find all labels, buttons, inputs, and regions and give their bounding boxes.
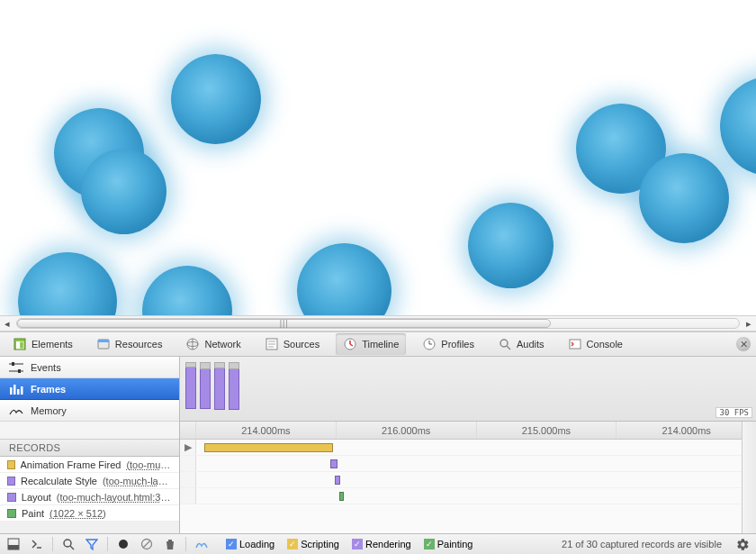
overview-bar	[214, 362, 225, 410]
expand-icon[interactable]: ▶	[180, 440, 196, 455]
fps-label: 30 FPS	[716, 407, 752, 418]
checkbox-icon[interactable]: ✓	[287, 539, 298, 549]
expand-icon	[180, 488, 196, 504]
sidebar-item-memory[interactable]: Memory	[0, 400, 179, 422]
tab-profiles[interactable]: Profiles	[415, 333, 482, 355]
sidebar-item-label: Memory	[31, 405, 67, 416]
legend-label: Rendering	[365, 539, 411, 549]
timeline-row[interactable]	[180, 472, 756, 488]
bottom-toolbar: ✓Loading✓Scripting✓Rendering✓Painting 21…	[0, 533, 756, 554]
sidebar-item-frames[interactable]: Frames	[0, 378, 179, 400]
record-row[interactable]: Animation Frame Fired (too-much-...	[0, 457, 179, 473]
resources-icon	[96, 337, 111, 351]
sources-icon	[265, 337, 279, 351]
timeline-bar[interactable]	[330, 459, 337, 468]
clear-icon[interactable]	[139, 536, 155, 552]
timing-column: 215.000ms	[477, 422, 617, 439]
color-swatch	[7, 509, 16, 518]
svg-rect-19	[570, 340, 580, 349]
scroll-thumb[interactable]: |||	[17, 319, 551, 328]
legend-item[interactable]: ✓Rendering	[352, 539, 411, 549]
legend-item[interactable]: ✓Scripting	[287, 539, 339, 549]
checkbox-icon[interactable]: ✓	[424, 539, 435, 549]
legend-item[interactable]: ✓Loading	[226, 539, 274, 549]
events-icon	[9, 362, 23, 373]
search-icon[interactable]	[60, 536, 76, 552]
timeline-detail[interactable]: 214.000ms216.000ms215.000ms214.000ms ▶	[180, 422, 756, 533]
record-label: Recalculate Style	[21, 476, 97, 486]
glue-icon[interactable]	[194, 536, 210, 552]
ball	[639, 153, 729, 243]
timeline-row[interactable]	[180, 456, 756, 472]
overview-bar	[229, 362, 239, 410]
timeline-track	[196, 472, 756, 487]
filter-icon[interactable]	[84, 536, 100, 552]
scroll-right-arrow[interactable]: ▸	[742, 316, 756, 331]
svg-line-35	[143, 540, 150, 548]
record-link[interactable]: (too-much-layout.html:373)	[57, 492, 172, 503]
sidebar-item-label: Frames	[31, 384, 66, 395]
timeline-row[interactable]: ▶	[180, 440, 756, 456]
svg-rect-29	[8, 545, 19, 549]
record-row[interactable]: Layout (too-much-layout.html:373)	[0, 489, 179, 505]
tab-console[interactable]: Console	[561, 333, 630, 355]
svg-rect-22	[12, 362, 14, 366]
tab-elements[interactable]: ◧Elements	[5, 333, 80, 355]
svg-rect-25	[14, 385, 16, 395]
network-icon	[185, 337, 200, 351]
record-label: Layout	[22, 492, 51, 503]
timeline-bar[interactable]	[204, 443, 333, 452]
svg-point-17	[500, 340, 508, 347]
tab-audits[interactable]: Audits	[490, 333, 552, 355]
timing-header: 214.000ms216.000ms215.000ms214.000ms	[180, 422, 756, 440]
garbage-icon[interactable]	[162, 536, 178, 552]
timeline-bar[interactable]	[335, 476, 340, 485]
overview-bar	[185, 362, 196, 409]
legend-label: Painting	[437, 539, 473, 549]
record-row[interactable]: Paint (1022 × 512)	[0, 505, 179, 522]
tab-label: Resources	[115, 339, 163, 350]
record-label: Paint	[22, 508, 44, 519]
tab-sources[interactable]: Sources	[257, 333, 327, 355]
tab-label: Audits	[517, 339, 544, 350]
timeline-bar[interactable]	[339, 492, 344, 501]
checkbox-icon[interactable]: ✓	[226, 539, 237, 549]
tab-label: Timeline	[362, 339, 399, 350]
dock-icon[interactable]	[5, 536, 22, 552]
close-icon[interactable]: ✕	[736, 337, 751, 351]
sidebar-item-events[interactable]: Events	[0, 357, 179, 378]
tab-timeline[interactable]: Timeline	[336, 333, 406, 355]
console-icon	[568, 337, 582, 351]
tab-resources[interactable]: Resources	[89, 333, 170, 355]
record-link[interactable]: (too-much-layou...	[103, 476, 172, 486]
color-swatch	[7, 460, 15, 469]
timeline-row[interactable]	[180, 488, 756, 504]
gear-icon[interactable]	[734, 536, 751, 552]
record-row[interactable]: Recalculate Style (too-much-layou...	[0, 473, 179, 489]
svg-text:◧: ◧	[15, 339, 24, 350]
checkbox-icon[interactable]: ✓	[352, 539, 363, 549]
timeline-icon	[343, 337, 357, 351]
console-icon[interactable]	[29, 536, 45, 552]
svg-rect-36	[168, 540, 172, 541]
legend-item[interactable]: ✓Painting	[424, 539, 473, 549]
frames-overview[interactable]: 30 FPS	[180, 357, 756, 422]
legend-label: Scripting	[301, 539, 339, 549]
svg-line-32	[70, 546, 74, 549]
tab-network[interactable]: Network	[178, 333, 248, 355]
vertical-scrollbar[interactable]	[742, 422, 756, 533]
tab-label: Elements	[32, 339, 73, 350]
memory-icon	[9, 405, 23, 416]
color-swatch	[7, 477, 15, 486]
ball	[468, 203, 554, 288]
elements-icon: ◧	[13, 337, 27, 351]
scroll-track[interactable]: |||	[16, 318, 740, 329]
record-link[interactable]: (1022 × 512)	[50, 508, 106, 519]
horizontal-scrollbar[interactable]: ◂ ||| ▸	[0, 315, 756, 331]
ball	[81, 149, 166, 234]
color-swatch	[7, 493, 16, 502]
record-link[interactable]: (too-much-...	[126, 459, 172, 470]
record-icon[interactable]	[115, 536, 131, 552]
scroll-grip-icon: |||	[280, 319, 289, 328]
scroll-left-arrow[interactable]: ◂	[0, 316, 14, 331]
